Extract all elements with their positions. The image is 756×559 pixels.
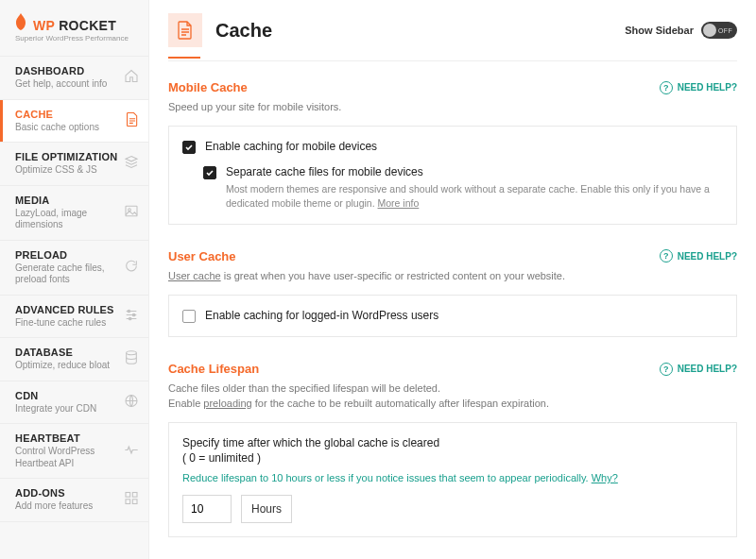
lifespan-tip: Reduce lifespan to 10 hours or less if y… bbox=[182, 472, 723, 483]
page-title: Cache bbox=[215, 20, 625, 42]
nav-item-title: MEDIA bbox=[15, 195, 120, 206]
database-icon bbox=[124, 350, 139, 368]
sidebar-item-cache[interactable]: CACHEBasic cache options bbox=[0, 100, 148, 144]
brand-rocket: ROCKET bbox=[59, 18, 116, 33]
nav-item-title: DATABASE bbox=[15, 347, 120, 358]
nav-item-title: ADVANCED RULES bbox=[15, 304, 120, 315]
nav-item-desc: Optimize CSS & JS bbox=[15, 164, 120, 177]
lifespan-box: Specify time after which the global cach… bbox=[168, 422, 737, 537]
svg-rect-9 bbox=[126, 500, 130, 504]
sidebar-toggle[interactable]: OFF bbox=[701, 22, 737, 39]
need-help-label: NEED HELP? bbox=[678, 251, 737, 262]
nav-item-desc: Fine-tune cache rules bbox=[15, 317, 120, 330]
section-user-cache: User Cache ? NEED HELP? User cache is gr… bbox=[168, 230, 737, 343]
heartbeat-icon bbox=[124, 442, 139, 460]
section-title-mobile: Mobile Cache bbox=[168, 80, 660, 94]
svg-rect-10 bbox=[132, 500, 137, 504]
page-icon bbox=[126, 111, 139, 129]
section-title-lifespan: Cache Lifespan bbox=[168, 362, 660, 376]
globe-icon bbox=[124, 393, 139, 411]
mobile-cache-box: Enable caching for mobile devices Separa… bbox=[168, 126, 737, 224]
show-sidebar-control: Show Sidebar OFF bbox=[625, 22, 737, 39]
opt-label-mobile-caching: Enable caching for mobile devices bbox=[205, 140, 377, 153]
page-header: Cache Show Sidebar OFF bbox=[168, 13, 737, 57]
svg-point-5 bbox=[127, 351, 137, 355]
svg-point-4 bbox=[129, 317, 131, 320]
section-mobile-cache: Mobile Cache ? NEED HELP? Speed up your … bbox=[168, 61, 737, 230]
user-cache-link[interactable]: User cache bbox=[168, 270, 221, 281]
puzzle-icon bbox=[124, 491, 139, 509]
section-intro-lifespan: Cache files older than the specified lif… bbox=[168, 381, 737, 411]
refresh-icon bbox=[124, 259, 139, 277]
sidebar-item-database[interactable]: DATABASEOptimize, reduce bloat bbox=[0, 338, 148, 381]
section-cache-lifespan: Cache Lifespan ? NEED HELP? Cache files … bbox=[168, 343, 737, 543]
opt-label-separate-mobile: Separate cache files for mobile devices bbox=[226, 165, 723, 178]
svg-rect-8 bbox=[132, 493, 137, 498]
svg-point-2 bbox=[128, 310, 130, 313]
help-icon: ? bbox=[660, 81, 673, 94]
section-intro-user: User cache is great when you have user-s… bbox=[168, 269, 737, 283]
nav-item-title: ADD-ONS bbox=[15, 487, 120, 499]
opt-sub-separate-mobile: Most modern themes are responsive and sh… bbox=[226, 182, 723, 210]
logo-flame-icon bbox=[15, 13, 27, 33]
opt-label-user-caching: Enable caching for logged-in WordPress u… bbox=[205, 309, 438, 322]
section-intro-mobile: Speed up your site for mobile visitors. bbox=[168, 100, 737, 114]
nav-item-desc: Add more features bbox=[15, 500, 120, 513]
nav-item-desc: Get help, account info bbox=[15, 78, 120, 91]
checkbox-user-caching[interactable] bbox=[182, 310, 196, 323]
nav-item-desc: LazyLoad, image dimensions bbox=[15, 208, 120, 231]
need-help-lifespan[interactable]: ? NEED HELP? bbox=[660, 363, 737, 376]
need-help-label: NEED HELP? bbox=[678, 82, 737, 93]
sidebar-item-heartbeat[interactable]: HEARTBEATControl WordPress Heartbeat API bbox=[0, 424, 148, 479]
show-sidebar-label: Show Sidebar bbox=[625, 25, 694, 36]
svg-rect-7 bbox=[126, 493, 130, 498]
svg-point-3 bbox=[132, 313, 135, 316]
sidebar-nav: WP ROCKET Superior WordPress Performance… bbox=[0, 0, 149, 559]
nav-item-desc: Optimize, reduce bloat bbox=[15, 360, 120, 372]
svg-rect-0 bbox=[126, 206, 137, 216]
help-icon: ? bbox=[660, 363, 673, 376]
lifespan-why-link[interactable]: Why? bbox=[592, 472, 618, 483]
need-help-mobile[interactable]: ? NEED HELP? bbox=[660, 81, 737, 94]
brand-tagline: Superior WordPress Performance bbox=[15, 34, 135, 42]
help-icon: ? bbox=[660, 249, 673, 263]
lifespan-value-input[interactable] bbox=[182, 495, 232, 523]
sidebar-item-dashboard[interactable]: DASHBOARDGet help, account info bbox=[0, 56, 148, 100]
more-info-link[interactable]: More info bbox=[378, 197, 420, 209]
main-content: Cache Show Sidebar OFF Mobile Cache ? NE… bbox=[149, 0, 756, 559]
nav-item-title: DASHBOARD bbox=[15, 65, 120, 76]
header-active-indicator bbox=[168, 57, 200, 59]
sidebar-item-cdn[interactable]: CDNIntegrate your CDN bbox=[0, 381, 148, 425]
sidebar-item-file-optimization[interactable]: FILE OPTIMIZATIONOptimize CSS & JS bbox=[0, 143, 148, 186]
preloading-link[interactable]: preloading bbox=[203, 398, 251, 409]
lifespan-box-title: Specify time after which the global cach… bbox=[182, 436, 723, 449]
nav-item-desc: Generate cache files, preload fonts bbox=[15, 263, 120, 286]
page-icon bbox=[168, 13, 202, 47]
checkbox-separate-mobile-cache[interactable] bbox=[203, 166, 216, 179]
need-help-label: NEED HELP? bbox=[678, 364, 737, 374]
toggle-knob-icon bbox=[703, 24, 716, 37]
need-help-user[interactable]: ? NEED HELP? bbox=[660, 249, 737, 263]
section-title-user: User Cache bbox=[168, 249, 660, 263]
nav-item-title: CACHE bbox=[15, 109, 120, 120]
toggle-state-text: OFF bbox=[718, 27, 732, 34]
user-cache-box: Enable caching for logged-in WordPress u… bbox=[168, 295, 737, 337]
sidebar-item-advanced-rules[interactable]: ADVANCED RULESFine-tune cache rules bbox=[0, 296, 148, 339]
image-icon bbox=[124, 204, 139, 222]
sidebar-item-add-ons[interactable]: ADD-ONSAdd more features bbox=[0, 479, 148, 522]
nav-item-desc: Control WordPress Heartbeat API bbox=[15, 446, 120, 469]
lifespan-unit-select[interactable]: Hours bbox=[241, 495, 292, 523]
sliders-icon bbox=[124, 307, 139, 325]
brand-wp: WP bbox=[33, 18, 55, 33]
home-icon bbox=[124, 69, 139, 87]
lifespan-box-sub: ( 0 = unlimited ) bbox=[182, 451, 723, 465]
nav-item-title: HEARTBEAT bbox=[15, 432, 120, 444]
sidebar-item-preload[interactable]: PRELOADGenerate cache files, preload fon… bbox=[0, 241, 148, 296]
stack-icon bbox=[124, 155, 139, 173]
nav-item-desc: Basic cache options bbox=[15, 122, 120, 134]
nav-item-title: FILE OPTIMIZATION bbox=[15, 151, 120, 162]
nav-item-title: CDN bbox=[15, 390, 120, 401]
sidebar-item-media[interactable]: MEDIALazyLoad, image dimensions bbox=[0, 186, 148, 241]
brand-block: WP ROCKET Superior WordPress Performance bbox=[0, 0, 148, 50]
checkbox-mobile-caching[interactable] bbox=[182, 141, 196, 154]
